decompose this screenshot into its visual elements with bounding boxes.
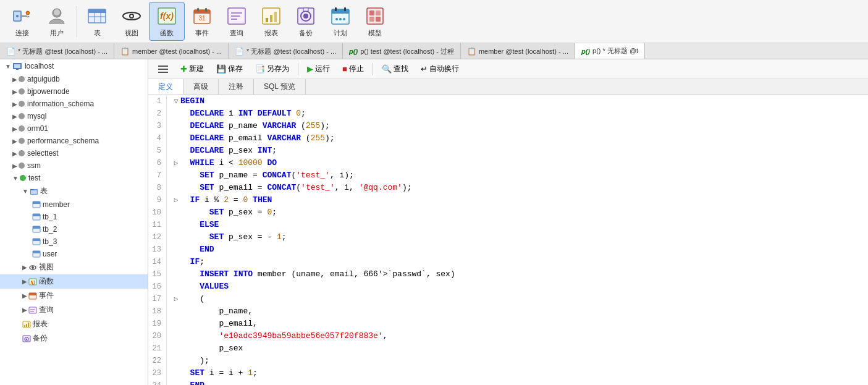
sidebar-item-member[interactable]: member (0, 198, 148, 211)
inner-tab-define[interactable]: 定义 (148, 79, 183, 95)
code-text: VALUES (180, 281, 229, 293)
tab-1[interactable]: 📄 * 无标题 @test (localhost) - ... (0, 43, 114, 59)
events-folder-icon (28, 292, 37, 300)
toolbar-connect[interactable]: 连接 (5, 2, 40, 40)
sidebar-item-localhost[interactable]: ▼ localhost (0, 59, 148, 73)
fold-icon[interactable]: ▷ (172, 293, 180, 305)
sidebar-item-atguigudb[interactable]: ▶ atguigudb (0, 73, 148, 85)
sidebar-item-mysql[interactable]: ▶ mysql (0, 110, 148, 122)
sidebar-item-events-folder[interactable]: ▶ 事件 (0, 289, 148, 303)
expand-icon-events: ▶ (22, 292, 27, 299)
code-text: ); (180, 355, 209, 367)
svg-rect-68 (29, 307, 36, 313)
sidebar-item-performance-schema[interactable]: ▶ performance_schema (0, 135, 148, 147)
code-text: ( (180, 293, 204, 305)
code-line: 23 SET i = i + 1; (148, 367, 868, 379)
fold-icon[interactable]: ▷ (172, 194, 180, 206)
user-icon (46, 5, 68, 27)
code-editor[interactable]: 1▽BEGIN2 DECLARE i INT DEFAULT 0;3 DECLA… (148, 95, 868, 385)
toolbar-backup[interactable]: 备份 (289, 2, 323, 40)
sidebar: ▼ localhost ▶ atguigudb ▶ bjpowernode ▶ … (0, 59, 148, 385)
toolbar-plan[interactable]: 计划 (323, 2, 358, 40)
tab-1-label: * 无标题 @test (localhost) - ... (18, 47, 107, 56)
save-button[interactable]: 💾 保存 (211, 62, 248, 75)
sidebar-label-bjpowernode: bjpowernode (27, 87, 70, 96)
toolbar-event[interactable]: 31 事件 (185, 2, 219, 40)
toolbar-view[interactable]: 视图 (114, 2, 149, 40)
table-tb2-icon (32, 225, 41, 234)
autowrap-icon: ↵ (421, 64, 428, 74)
tab-2[interactable]: 📋 member @test (localhost) - ... (114, 43, 229, 59)
run-button[interactable]: ▶ 运行 (302, 62, 335, 75)
code-line: 19 p_email, (148, 318, 868, 330)
svg-point-2 (16, 15, 19, 17)
hamburger-button[interactable] (153, 63, 173, 75)
sidebar-item-tables-folder[interactable]: ▼ 表 (0, 184, 148, 198)
code-line: 10 SET p_sex = 0; (148, 206, 868, 219)
stop-button[interactable]: ■ 停止 (337, 62, 369, 75)
toolbar-table-label: 表 (94, 28, 101, 38)
saveas-button[interactable]: 📑 另存为 (250, 62, 294, 75)
sidebar-item-selecttest[interactable]: ▶ selecttest (0, 147, 148, 159)
svg-rect-41 (367, 8, 383, 24)
db-dot-test (20, 175, 26, 181)
save-label: 保存 (228, 64, 243, 74)
sidebar-item-information-schema[interactable]: ▶ information_schema (0, 98, 148, 110)
inner-tab-advanced[interactable]: 高级 (183, 79, 219, 95)
code-line: 2 DECLARE i INT DEFAULT 0; (148, 108, 868, 120)
sidebar-item-ssm[interactable]: ▶ ssm (0, 159, 148, 172)
sidebar-item-test[interactable]: ▼ test (0, 172, 148, 184)
db-dot-information-schema (19, 101, 25, 107)
sidebar-item-backups-folder[interactable]: 备份 (0, 331, 148, 345)
code-line: 1▽BEGIN (148, 95, 868, 108)
inner-tab-sql-preview[interactable]: SQL 预览 (254, 79, 306, 95)
line-number: 6 (148, 157, 167, 169)
line-number: 4 (148, 132, 167, 145)
sidebar-item-user[interactable]: user (0, 248, 148, 260)
toolbar-model[interactable]: 模型 (358, 2, 392, 40)
sidebar-item-tb2[interactable]: tb_2 (0, 223, 148, 235)
fold-icon[interactable]: ▽ (172, 95, 180, 108)
query-icon (225, 5, 248, 27)
toolbar-user[interactable]: 用户 (40, 2, 74, 40)
line-number: 17 (148, 293, 167, 305)
tab-4[interactable]: p() p() test @test (localhost) - 过程 (343, 43, 461, 59)
svg-rect-19 (197, 8, 199, 12)
table-tb3-icon (32, 237, 41, 246)
toolbar-function[interactable]: f(x) 函数 (149, 2, 185, 41)
sidebar-item-tb3[interactable]: tb_3 (0, 235, 148, 248)
sidebar-label-information-schema: information_schema (27, 99, 94, 108)
find-button[interactable]: 🔍 查找 (377, 62, 413, 75)
fold-icon[interactable]: ▷ (172, 157, 180, 169)
sidebar-item-views-folder[interactable]: ▶ 视图 (0, 260, 148, 274)
tab-3[interactable]: 📄 * 无标题 @test (localhost) - ... (229, 43, 343, 59)
toolbar-report[interactable]: 报表 (254, 2, 289, 40)
tab-bar: 📄 * 无标题 @test (localhost) - ... 📋 member… (0, 43, 868, 59)
sidebar-item-reports-folder[interactable]: 报表 (0, 317, 148, 331)
inner-tab-define-label: 定义 (158, 82, 173, 91)
db-dot-selecttest (19, 150, 25, 156)
line-number: 20 (148, 330, 167, 342)
svg-rect-8 (88, 9, 106, 13)
code-line: 3 DECLARE p_name VARCHAR (255); (148, 120, 868, 132)
tab-6[interactable]: p() p() * 无标题 @t (575, 43, 645, 59)
new-button[interactable]: ✚ 新建 (175, 62, 209, 75)
line-number: 22 (148, 355, 167, 367)
line-number: 3 (148, 120, 167, 132)
svg-rect-36 (335, 7, 337, 11)
sidebar-item-orm01[interactable]: ▶ orm01 (0, 122, 148, 135)
toolbar-query[interactable]: 查询 (219, 2, 254, 40)
sidebar-item-bjpowernode[interactable]: ▶ bjpowernode (0, 85, 148, 98)
inner-tab-comment[interactable]: 注释 (219, 79, 254, 95)
sidebar-label-views: 视图 (39, 262, 54, 273)
toolbar-table[interactable]: 表 (80, 2, 114, 40)
tab-5[interactable]: 📋 member @test (localhost) - ... (461, 43, 575, 59)
sidebar-label-ssm: ssm (27, 161, 41, 170)
sidebar-item-queries-folder[interactable]: ▶ 查询 (0, 303, 148, 317)
svg-rect-59 (33, 239, 40, 241)
autowrap-button[interactable]: ↵ 自动换行 (416, 62, 464, 75)
run-icon: ▶ (307, 64, 313, 74)
sidebar-item-tb1[interactable]: tb_1 (0, 211, 148, 223)
expand-icon-mysql: ▶ (12, 113, 17, 120)
sidebar-item-functions-folder[interactable]: ▶ f() 函数 (0, 274, 148, 289)
